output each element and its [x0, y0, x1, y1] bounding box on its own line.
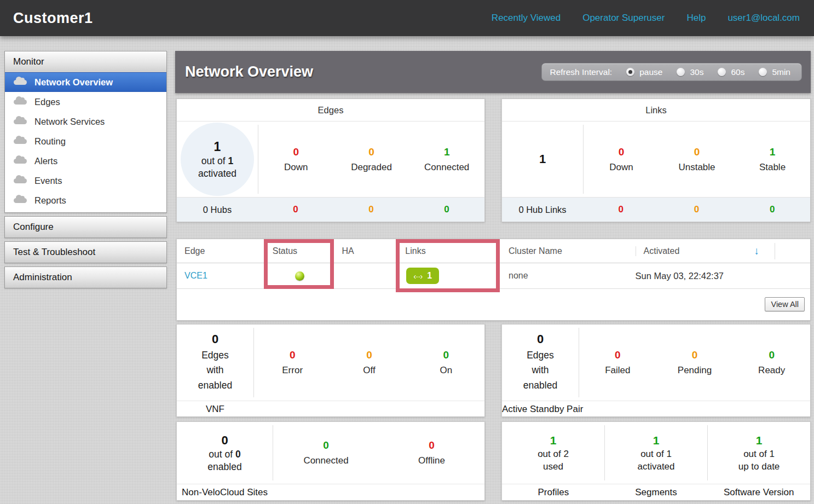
sidebar-section-configure: Configure — [4, 216, 167, 238]
nav-user-email[interactable]: user1@local.com — [728, 13, 800, 24]
radio-icon[interactable] — [626, 68, 634, 76]
standby-enabled-summary: 0 Edges with enabled — [502, 325, 579, 401]
sidebar-item-edges[interactable]: Edges — [5, 92, 166, 112]
column-header-edge[interactable]: Edge — [177, 246, 265, 256]
column-header-links[interactable]: Links — [397, 246, 501, 256]
sidebar-header-test-troubleshoot[interactable]: Test & Troubleshoot — [5, 242, 166, 263]
stat-value: 0 — [619, 146, 625, 158]
stat-value: 1 — [770, 146, 776, 158]
sidebar-header-administration[interactable]: Administration — [5, 267, 166, 288]
cloud-icon — [14, 119, 27, 124]
edge-name-link[interactable]: VCE1 — [184, 271, 207, 280]
stat-label: Pending — [678, 365, 712, 376]
vnf-off-stat: 0 Off — [331, 325, 407, 401]
stat-value: 0 — [429, 439, 435, 451]
cloud-icon — [14, 80, 27, 85]
link-arrows-icon: ‹··› — [413, 272, 422, 280]
sidebar-item-network-services[interactable]: Network Services — [5, 112, 166, 131]
radio-label: 60s — [731, 67, 744, 77]
customer-title: Customer1 — [0, 10, 93, 27]
nonvc-out-of-line: out of 0 — [209, 449, 240, 460]
edge-cluster-name: none — [501, 271, 528, 280]
stat-label: Stable — [759, 162, 786, 173]
stat-value: 1 — [444, 146, 450, 158]
nonvc-connected-stat: 0 Connected — [273, 422, 379, 484]
radio-icon[interactable] — [718, 68, 726, 76]
inventory-card: 1 out of 2 used 1 out of 1 activated 1 o… — [501, 421, 811, 501]
main-content: Network Overview Refresh Interval: pause… — [175, 51, 811, 504]
edges-out-of-line: out of 1 — [201, 155, 233, 167]
stat-value: 0 — [366, 349, 372, 361]
stat-label: Degraded — [351, 162, 392, 173]
sidebar: Monitor Network Overview Edges Network S… — [4, 51, 167, 292]
vnf-caption-row: VNF — [177, 401, 484, 417]
column-header-activated[interactable]: Activated ↓ — [636, 246, 775, 256]
refresh-option-pause[interactable]: pause — [626, 67, 662, 77]
edge-table-header: Edge Status HA Links Cluster Name Activa… — [177, 239, 810, 263]
sidebar-item-label: Reports — [34, 195, 66, 206]
profiles-caption: Profiles — [502, 487, 605, 498]
standby-enabled-label: Edges with enabled — [523, 348, 557, 392]
nav-recently-viewed[interactable]: Recently Viewed — [492, 13, 561, 24]
vnf-enabled-label: Edges with enabled — [198, 348, 232, 392]
profiles-value: 1 — [550, 434, 557, 447]
vnf-enabled-value: 0 — [212, 332, 218, 346]
edges-degraded-stat: 0 Degraded — [334, 121, 409, 197]
hubs-connected-count: 0 — [409, 204, 484, 215]
vnf-error-stat: 0 Error — [254, 325, 331, 401]
stat-value: 0 — [692, 349, 698, 361]
radio-icon[interactable] — [677, 68, 685, 76]
column-header-empty — [775, 243, 810, 259]
nav-help[interactable]: Help — [686, 13, 706, 24]
links-card-title: Links — [502, 99, 810, 121]
view-all-button[interactable]: View All — [765, 297, 805, 311]
radio-label: 5min — [772, 67, 790, 77]
sidebar-item-label: Events — [34, 176, 62, 186]
sidebar-item-routing[interactable]: Routing — [5, 131, 166, 151]
software-version-out-of: out of 1 — [743, 449, 775, 460]
monitor-menu: Network Overview Edges Network Services … — [5, 72, 166, 212]
stat-label: Connected — [424, 162, 469, 173]
hub-links-down-count: 0 — [583, 204, 659, 215]
software-version-value: 1 — [756, 434, 763, 447]
edge-links-count: 1 — [427, 271, 432, 280]
stat-label: Unstable — [678, 162, 715, 173]
sidebar-item-events[interactable]: Events — [5, 171, 166, 190]
refresh-option-30s[interactable]: 30s — [677, 67, 703, 77]
column-header-status[interactable]: Status — [265, 246, 334, 256]
radio-icon[interactable] — [759, 68, 767, 76]
sidebar-item-alerts[interactable]: Alerts — [5, 151, 166, 171]
column-header-cluster-name[interactable]: Cluster Name — [501, 246, 636, 256]
sort-descending-icon[interactable]: ↓ — [754, 245, 760, 257]
sidebar-section-administration: Administration — [4, 267, 167, 288]
sidebar-item-network-overview[interactable]: Network Overview — [5, 72, 166, 92]
edges-connected-stat: 1 Connected — [409, 121, 484, 197]
links-total-summary: 1 — [502, 121, 583, 197]
stat-label: Off — [363, 365, 375, 376]
sidebar-item-reports[interactable]: Reports — [5, 190, 166, 210]
edge-activated-timestamp: Sun May 03, 22:42:37 — [636, 271, 734, 281]
standby-caption-row: Active Standby Pair — [502, 401, 810, 417]
refresh-option-5min[interactable]: 5min — [759, 67, 790, 77]
column-header-ha[interactable]: HA — [334, 246, 398, 256]
stat-label: Offline — [418, 455, 445, 466]
sidebar-header-configure[interactable]: Configure — [5, 217, 166, 237]
page-title: Network Overview — [175, 63, 313, 80]
hub-links-footer: 0 Hub Links 0 0 0 — [502, 197, 810, 222]
hub-links-count-label: 0 Hub Links — [502, 205, 583, 215]
hub-links-unstable-count: 0 — [659, 204, 734, 215]
nonvc-caption-row: Non-VeloCloud Sites — [177, 484, 484, 500]
nav-operator-superuser[interactable]: Operator Superuser — [582, 13, 665, 24]
standby-failed-stat: 0 Failed — [579, 325, 656, 401]
stat-label: Down — [609, 162, 633, 173]
edges-activated-circle: 1 out of 1 activated — [181, 123, 254, 196]
refresh-interval-label: Refresh Interval: — [550, 67, 612, 77]
sidebar-header-monitor[interactable]: Monitor — [5, 51, 166, 72]
refresh-option-60s[interactable]: 60s — [718, 67, 744, 77]
stat-label: On — [440, 365, 452, 376]
software-version-summary: 1 out of 1 up to date — [708, 422, 810, 484]
edge-links-badge[interactable]: ‹··› 1 — [406, 268, 439, 284]
segments-value: 1 — [653, 434, 660, 447]
vnf-caption: VNF — [177, 404, 253, 415]
radio-label: pause — [639, 67, 662, 77]
